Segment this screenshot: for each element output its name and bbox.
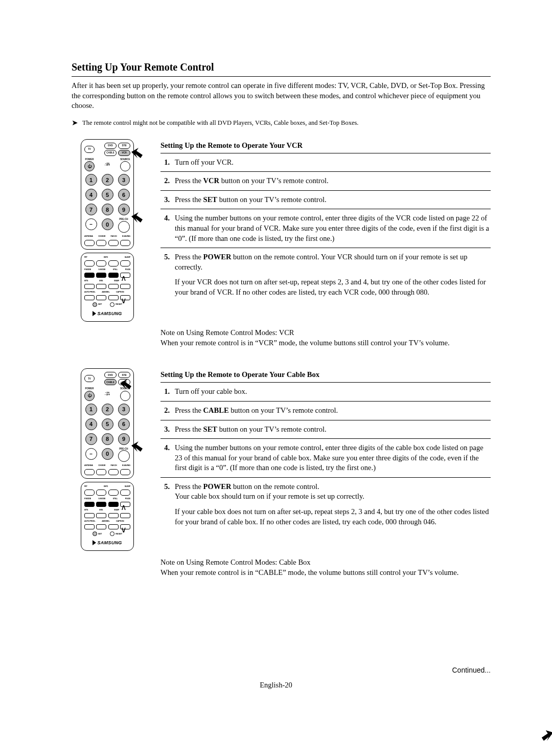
- step-number: 1.: [160, 158, 170, 168]
- remote-label-mts: MTS: [84, 509, 88, 511]
- svg-marker-3: [120, 379, 131, 389]
- remote-btn-dvd: DVD: [104, 372, 117, 378]
- vcr-note-body: When your remote control is in “VCR” mod…: [160, 338, 491, 348]
- remote-num-1: 1: [85, 404, 97, 415]
- remote-label-chmgr: CH MGR: [98, 235, 105, 237]
- pointer-arrow-icon: [131, 212, 143, 224]
- compatibility-note-text: The remote control might not be compatib…: [82, 119, 358, 127]
- remote-label-favch: FAV.CH: [111, 464, 117, 466]
- vcr-followup: If your VCR does not turn on after set-u…: [160, 277, 491, 297]
- remote-num-2: 2: [102, 174, 113, 186]
- continued-label: Continued...: [452, 666, 491, 674]
- cable-heading: Setting Up the Remote to Operate Your Ca…: [160, 370, 491, 379]
- remote-label-power: POWER: [85, 159, 94, 161]
- remote-btn-reset: [110, 302, 114, 307]
- remote-num-6: 6: [118, 189, 130, 201]
- remote-diagram-cable: TV DVD STB CABLE VCR: [72, 368, 143, 551]
- step-number: 5.: [160, 482, 170, 502]
- page-number: English-20: [0, 681, 552, 690]
- step-text: Turn off your VCR.: [175, 158, 491, 168]
- remote-btn-stb: STB: [118, 143, 130, 149]
- remote-label-source: SOURCE: [120, 159, 130, 161]
- remote-btn-tv: TV: [84, 375, 95, 382]
- remote-label-pmode: P.MODE: [84, 269, 91, 271]
- remote-btn-power: ⏻: [84, 161, 95, 171]
- title-rule: [72, 76, 491, 77]
- remote-num-0: 0: [102, 448, 113, 460]
- remote-num-6: 6: [118, 418, 130, 430]
- remote-label-psize: P.SIZE: [125, 498, 130, 500]
- remote-label-antenna: ANTENNA: [84, 464, 93, 466]
- remote-btn-source: [120, 161, 130, 171]
- remote-num-7: 7: [85, 204, 97, 215]
- step-number: 4.: [160, 443, 170, 473]
- remote-btn-tv: TV: [84, 146, 95, 153]
- remote-btn-source: [120, 391, 130, 401]
- remote-label-pip: PIP: [84, 485, 87, 487]
- remote-num-9: 9: [118, 204, 130, 215]
- pointer-arrow-icon: [131, 148, 143, 159]
- remote-label-antenna: ANTENNA: [84, 235, 93, 237]
- step-number: 1.: [160, 387, 170, 397]
- remote-btn-power: ⏻: [84, 391, 95, 401]
- cable-note-title: Note on Using Remote Control Modes: Cabl…: [160, 558, 491, 568]
- remote-label-pmode: P.MODE: [84, 498, 91, 500]
- remote-label-reset: RESET: [116, 303, 122, 305]
- compatibility-note: ➤ The remote control might not be compat…: [72, 119, 491, 127]
- remote-label-smode: S.MODE: [99, 498, 106, 500]
- remote-btn-dvd: DVD: [104, 143, 117, 149]
- cable-note-body: When your remote control is in “CABLE” m…: [160, 568, 491, 578]
- svg-marker-0: [131, 148, 143, 158]
- pointer-arrow-icon: [120, 379, 131, 390]
- remote-label-esaving: E.SAVING: [122, 464, 130, 466]
- remote-btn-set: [93, 531, 97, 536]
- vcr-heading: Setting Up the Remote to Operate Your VC…: [160, 141, 491, 150]
- remote-btn-vcr: VCR: [118, 150, 130, 156]
- page-title: Setting Up Your Remote Control: [72, 61, 491, 73]
- remote-label-srs: SRS: [99, 509, 103, 511]
- step-text: Press the SET button on your TV’s remote…: [175, 425, 491, 435]
- samsung-logo-icon: [93, 540, 96, 545]
- remote-label-esaving: E.SAVING: [122, 235, 130, 237]
- remote-num-3: 3: [118, 174, 130, 186]
- remote-label-swap: SWAP: [114, 280, 119, 282]
- remote-label-adddel: ADD/DEL: [102, 291, 109, 293]
- remote-label-caption: CAPTION: [116, 291, 124, 293]
- step-number: 4.: [160, 213, 170, 243]
- remote-btn-prech: [118, 221, 130, 233]
- step-text: Press the POWER button on the remote con…: [175, 252, 491, 272]
- remote-num-4: 4: [85, 189, 97, 201]
- pointer-arrow-icon: [542, 730, 552, 742]
- remote-label-info: INFO: [104, 256, 108, 258]
- remote-label-swap: SWAP: [114, 509, 119, 511]
- step-number: 5.: [160, 252, 170, 272]
- step-text: Press the CABLE button on your TV’s remo…: [175, 406, 491, 416]
- vcr-note-title: Note on Using Remote Control Modes: VCR: [160, 328, 491, 338]
- step-text: Turn off your cable box.: [175, 387, 491, 397]
- remote-label-power: POWER: [85, 388, 94, 390]
- remote-label-mts: MTS: [84, 280, 88, 282]
- svg-marker-4: [131, 441, 143, 452]
- remote-label-sleep: SLEEP: [125, 256, 130, 258]
- remote-label-adddel: ADD/DEL: [102, 520, 109, 522]
- remote-label-favch: FAV.CH: [111, 235, 117, 237]
- remote-label-pip: PIP: [84, 256, 87, 258]
- remote-num-5: 5: [102, 189, 113, 201]
- step-number: 3.: [160, 425, 170, 435]
- remote-label-chmgr: CH MGR: [98, 464, 105, 466]
- remote-label-still: STILL: [113, 498, 118, 500]
- remote-num-5: 5: [102, 418, 113, 430]
- remote-label-smode: S.MODE: [99, 269, 106, 271]
- remote-btn-stb: STB: [118, 372, 130, 378]
- remote-label-autoprog: AUTO PROG.: [84, 291, 96, 293]
- step-number: 2.: [160, 406, 170, 416]
- remote-brand: SAMSUNG: [97, 540, 122, 545]
- remote-btn-cable: CABLE: [104, 150, 117, 156]
- remote-btn-dash: –: [85, 448, 97, 460]
- remote-btn-dash: –: [85, 218, 97, 230]
- remote-btn-reset: [110, 531, 114, 536]
- remote-label-caption: CAPTION: [116, 520, 124, 522]
- step-number: 3.: [160, 195, 170, 205]
- step-text: Press the SET button on your TV’s remote…: [175, 195, 491, 205]
- remote-num-2: 2: [102, 404, 113, 415]
